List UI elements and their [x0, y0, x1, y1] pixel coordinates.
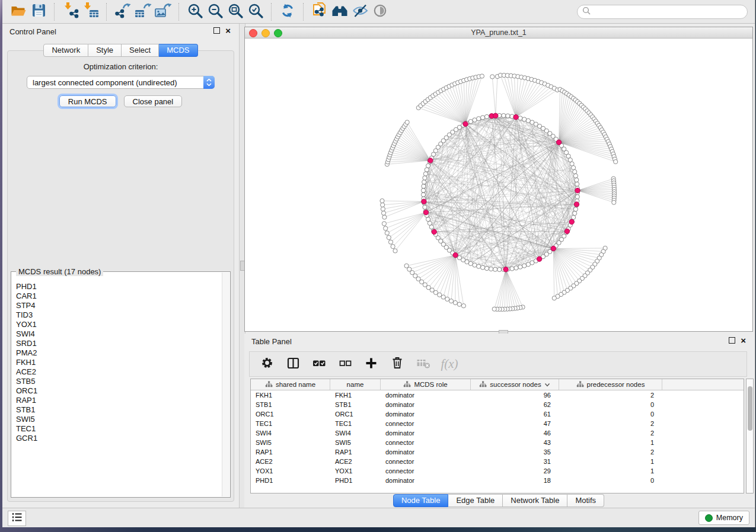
- graph-hub-node[interactable]: [551, 246, 556, 251]
- cell-name[interactable]: TEC1: [330, 420, 381, 427]
- cell-predecessor-nodes[interactable]: 0: [559, 477, 662, 484]
- cell-MCDS-role[interactable]: dominator: [381, 411, 471, 418]
- mcds-result-item[interactable]: FKH1: [16, 358, 222, 367]
- graph-hub-node[interactable]: [503, 267, 508, 272]
- table-row[interactable]: RAP1RAP1dominator352: [251, 447, 744, 457]
- table-row[interactable]: FKH1FKH1dominator962: [251, 390, 744, 400]
- zoom-in-button[interactable]: [185, 2, 205, 21]
- tab-select[interactable]: Select: [122, 44, 159, 57]
- mcds-result-item[interactable]: CAR1: [16, 291, 222, 301]
- tab-style[interactable]: Style: [88, 44, 122, 57]
- graph-leaf-node[interactable]: [453, 300, 457, 305]
- graph-leaf-node[interactable]: [381, 203, 385, 207]
- graph-node[interactable]: [489, 267, 493, 271]
- cell-name[interactable]: ACE2: [330, 458, 381, 465]
- graph-node[interactable]: [481, 265, 485, 270]
- cell-predecessor-nodes[interactable]: 0: [559, 401, 662, 408]
- deselect-all-checkboxes-button[interactable]: [336, 355, 354, 373]
- task-history-button[interactable]: [8, 511, 26, 526]
- graph-leaf-node[interactable]: [391, 245, 395, 249]
- graph-hub-node[interactable]: [423, 210, 428, 214]
- graph-hub-node[interactable]: [428, 158, 433, 163]
- graph-leaf-node[interactable]: [404, 264, 409, 268]
- import-table-button[interactable]: [81, 2, 101, 21]
- cell-MCDS-role[interactable]: connector: [381, 467, 471, 475]
- mcds-result-item[interactable]: ORC1: [16, 386, 222, 396]
- graph-node[interactable]: [575, 195, 579, 199]
- cell-shared-name[interactable]: TEC1: [251, 420, 330, 427]
- graph-hub-node[interactable]: [432, 229, 436, 234]
- cell-name[interactable]: PHD1: [330, 477, 381, 484]
- open-session-button[interactable]: [8, 2, 28, 21]
- column-header-shared-name[interactable]: shared name: [251, 379, 330, 390]
- mcds-result-list[interactable]: PHD1CAR1STP4TID3YOX1SWI4SRD1PMA2FKH1ACE2…: [12, 278, 222, 496]
- cell-successor-nodes[interactable]: 47: [471, 420, 559, 427]
- graph-hub-node[interactable]: [574, 202, 579, 207]
- zoom-selected-button[interactable]: [245, 2, 266, 21]
- cell-predecessor-nodes[interactable]: 0: [559, 411, 662, 418]
- graph-leaf-node[interactable]: [480, 74, 484, 78]
- show-columns-button[interactable]: [284, 355, 302, 373]
- graph-hub-node[interactable]: [453, 252, 458, 257]
- zoom-fit-button[interactable]: [225, 2, 245, 21]
- tab-motifs[interactable]: Motifs: [567, 494, 604, 507]
- graph-leaf-node[interactable]: [614, 159, 618, 164]
- cell-name[interactable]: STB1: [330, 401, 381, 408]
- graph-leaf-node[interactable]: [441, 295, 445, 299]
- table-row[interactable]: ACE2ACE2connector311: [251, 457, 744, 466]
- select-all-checkboxes-button[interactable]: [310, 355, 328, 373]
- hide-unselected-button[interactable]: [350, 2, 370, 21]
- cell-name[interactable]: YOX1: [330, 467, 381, 475]
- mcds-result-item[interactable]: PHD1: [16, 282, 222, 291]
- graph-hub-node[interactable]: [575, 188, 580, 193]
- graph-node[interactable]: [428, 221, 432, 225]
- mcds-result-item[interactable]: GCR1: [16, 434, 222, 443]
- mcds-result-item[interactable]: STB1: [16, 405, 222, 415]
- graph-leaf-node[interactable]: [612, 200, 616, 204]
- graph-node[interactable]: [477, 117, 481, 121]
- graph-node[interactable]: [573, 211, 577, 216]
- search-box[interactable]: [577, 5, 748, 19]
- graph-node[interactable]: [425, 168, 429, 172]
- table-row[interactable]: YOX1YOX1connector291: [251, 466, 744, 476]
- graph-leaf-node[interactable]: [457, 302, 461, 306]
- graph-node[interactable]: [575, 182, 579, 186]
- mcds-result-item[interactable]: SRD1: [16, 339, 222, 348]
- table-row[interactable]: SWI5SWI5connector431: [251, 438, 744, 447]
- graph-node[interactable]: [510, 267, 514, 271]
- cell-successor-nodes[interactable]: 46: [471, 430, 559, 437]
- graph-node[interactable]: [572, 215, 576, 219]
- show-all-button[interactable]: [370, 2, 390, 21]
- graph-hub-node[interactable]: [564, 229, 569, 233]
- mcds-result-item[interactable]: STB5: [16, 377, 222, 386]
- graph-leaf-node[interactable]: [382, 215, 387, 219]
- delete-column-button[interactable]: [388, 355, 406, 373]
- graph-node[interactable]: [570, 162, 574, 166]
- graph-hub-node[interactable]: [493, 113, 498, 118]
- graph-node[interactable]: [506, 114, 510, 118]
- graph-leaf-node[interactable]: [445, 297, 449, 301]
- graph-node[interactable]: [481, 116, 485, 120]
- cell-shared-name[interactable]: RAP1: [251, 448, 330, 456]
- graph-node[interactable]: [484, 266, 489, 270]
- cell-MCDS-role[interactable]: dominator: [381, 392, 471, 399]
- graph-node[interactable]: [518, 265, 522, 269]
- graph-node[interactable]: [423, 205, 427, 209]
- graph-node[interactable]: [473, 263, 477, 267]
- table-scrollbar[interactable]: [746, 379, 754, 493]
- cell-shared-name[interactable]: PHD1: [251, 477, 330, 484]
- float-panel-icon[interactable]: [213, 27, 220, 34]
- cell-name[interactable]: RAP1: [330, 448, 381, 456]
- graph-leaf-node[interactable]: [385, 231, 389, 235]
- graph-leaf-node[interactable]: [492, 307, 496, 311]
- graph-node[interactable]: [522, 264, 527, 268]
- graph-leaf-node[interactable]: [387, 235, 391, 239]
- graph-leaf-node[interactable]: [384, 226, 388, 230]
- cell-successor-nodes[interactable]: 31: [471, 458, 559, 465]
- graph-leaf-node[interactable]: [382, 222, 386, 226]
- export-table-button[interactable]: [133, 2, 153, 21]
- horizontal-splitter[interactable]: [244, 329, 753, 334]
- cell-MCDS-role[interactable]: dominator: [381, 448, 471, 456]
- cell-shared-name[interactable]: ACE2: [251, 458, 330, 465]
- column-header-successor-nodes[interactable]: successor nodes: [471, 379, 559, 390]
